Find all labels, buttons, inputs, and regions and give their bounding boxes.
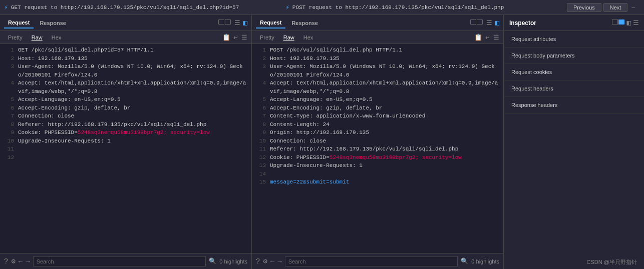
right-line-11: 11Referer: http://192.168.179.135/pkc/vu… [256, 145, 499, 154]
right-bottom-bar: ? ⚙ ← → 🔍 0 highlights [252, 253, 503, 269]
inspector-grid2-icon[interactable] [612, 20, 625, 26]
left-settings-icon[interactable]: ⚙ [11, 257, 15, 266]
right-list-icon[interactable]: ☰ [486, 19, 492, 27]
inspector-item-request-headers[interactable]: Request headers [504, 80, 644, 97]
inspector-spacer [504, 114, 644, 256]
watermark-text: CSDN @半只野指针 [587, 258, 641, 266]
left-line-2: 2Host: 192.168.179.135 [4, 54, 247, 63]
left-forward-icon[interactable]: → [26, 258, 30, 266]
left-line-8: 8Referer: http://192.168.179.135/pkc/vul… [4, 120, 247, 129]
right-sub-tab-icons: 📋 ↵ ☰ [474, 34, 499, 42]
right-line-7: 7Content-Type: application/x-www-form-ur… [256, 112, 499, 120]
left-panel-icons: ☰ ◧ [218, 18, 247, 27]
right-forward-icon[interactable]: → [277, 258, 281, 266]
left-line-5: 5Accept-Language: en-US,en;q=0.5 [4, 96, 247, 104]
left-raw-icon[interactable]: ◧ [243, 18, 247, 27]
left-line-11: 11 [4, 145, 247, 154]
left-highlights-badge: 0 highlights [219, 258, 247, 264]
right-line-5: 5Accept-Language: en-US,en;q=0.5 [256, 96, 499, 104]
left-line-6: 6Accept-Encoding: gzip, deflate, br [4, 104, 247, 112]
left-tab-response[interactable]: Response [36, 18, 70, 28]
right-tab-request[interactable]: Request [256, 18, 285, 28]
right-panel: Request Response ☰ ◧ Pretty Raw Hex 📋 ↵ … [252, 15, 504, 269]
right-search-input[interactable] [285, 256, 458, 266]
right-line-4: 4Accept: text/html,application/xhtml+xml… [256, 79, 499, 96]
inspector-item-request-body-parameters[interactable]: Request body parameters [504, 48, 644, 64]
inspector-item-request-cookies[interactable]: Request cookies [504, 64, 644, 80]
left-grid2-icon[interactable] [218, 19, 231, 26]
inspector-raw-icon[interactable]: ◧ [627, 18, 631, 27]
left-search-icon: 🔍 [209, 258, 216, 265]
right-search-icon: 🔍 [461, 258, 468, 265]
inspector-title: Inspector [509, 20, 612, 26]
left-panel: Request Response ☰ ◧ Pretty Raw Hex 📋 ↵ … [0, 15, 252, 269]
left-line-1: 1GET /pkc/sqli/sqli_del.php?id=57 HTTP/1… [4, 46, 247, 54]
right-subtab-pretty[interactable]: Pretty [256, 34, 278, 42]
right-line-12: 12Cookie: PHPSESSID=5248sq3nemqu58mu3198… [256, 154, 499, 162]
next-button[interactable]: Next [603, 3, 628, 12]
right-line-15: 15message=22&submit=submit [256, 178, 499, 186]
right-menu-icon[interactable]: ☰ [493, 34, 499, 42]
left-line-12: 12 [4, 154, 247, 162]
right-lightning-icon: ⚡ [285, 4, 289, 12]
left-panel-header: Request Response ☰ ◧ [0, 15, 251, 31]
inspector-menu-icon[interactable]: ☰ [633, 19, 639, 27]
inspector-icons: ◧ ☰ [612, 18, 639, 27]
left-bottom-bar: ? ⚙ ← → 🔍 0 highlights [0, 253, 251, 269]
left-list-icon[interactable]: ☰ [234, 19, 240, 27]
left-lightning-icon: ⚡ [4, 4, 8, 12]
left-content-area: 1GET /pkc/sqli/sqli_del.php?id=57 HTTP/1… [0, 44, 251, 253]
right-panel-icons: ☰ ◧ [470, 18, 499, 27]
left-wrap-icon[interactable]: ↵ [233, 34, 238, 41]
right-copy-icon[interactable]: 📋 [474, 34, 482, 42]
right-subtab-hex[interactable]: Hex [299, 34, 317, 42]
right-line-2: 2Host: 192.168.179.135 [256, 54, 499, 63]
left-title-text: GET request to http://192.168.179.135/pk… [11, 4, 239, 10]
right-content-area: 1POST /pkc/vul/sqli/sqli_del.php HTTP/1.… [252, 44, 503, 253]
watermark-area: CSDN @半只野指针 [504, 256, 644, 269]
left-title-area: ⚡ GET request to http://192.168.179.135/… [4, 4, 281, 12]
inspector-header: Inspector ◧ ☰ [504, 15, 644, 31]
right-settings-icon[interactable]: ⚙ [263, 257, 267, 266]
right-line-6: 6Accept-Encoding: gzip, deflate, br [256, 104, 499, 112]
right-tab-response[interactable]: Response [287, 18, 322, 28]
right-line-1: 1POST /pkc/vul/sqli/sqli_del.php HTTP/1.… [256, 46, 499, 54]
right-line-9: 9Origin: http://192.168.179.135 [256, 128, 499, 137]
inspector-item-request-attributes[interactable]: Request attributes [504, 31, 644, 48]
left-sub-tabs: Pretty Raw Hex 📋 ↵ ☰ [0, 31, 251, 44]
right-line-14: 14 [256, 170, 499, 178]
right-highlights-badge: 0 highlights [471, 258, 499, 264]
right-line-8: 8Content-Length: 24 [256, 120, 499, 129]
title-bar: ⚡ GET request to http://192.168.179.135/… [0, 0, 644, 15]
left-search-input[interactable] [33, 256, 206, 266]
left-subtab-raw[interactable]: Raw [28, 34, 47, 42]
right-line-10: 10Connection: close [256, 137, 499, 146]
left-tab-request[interactable]: Request [4, 18, 34, 28]
previous-button[interactable]: Previous [567, 3, 601, 12]
left-copy-icon[interactable]: 📋 [222, 34, 230, 42]
left-subtab-hex[interactable]: Hex [48, 34, 66, 42]
right-title-area: ⚡ POST request to http://192.168.179.135… [285, 4, 563, 12]
left-menu-icon[interactable]: ☰ [241, 34, 247, 42]
nav-area: Previous Next — [567, 3, 640, 12]
right-back-icon[interactable]: ← [270, 258, 274, 266]
left-help-icon[interactable]: ? [4, 258, 8, 266]
left-line-4: 4Accept: text/html,application/xhtml+xml… [4, 79, 247, 96]
right-raw-icon[interactable]: ◧ [495, 18, 499, 27]
inspector-item-response-headers[interactable]: Response headers [504, 97, 644, 114]
right-panel-header: Request Response ☰ ◧ [252, 15, 503, 31]
left-back-icon[interactable]: ← [19, 258, 23, 266]
right-subtab-raw[interactable]: Raw [279, 34, 298, 42]
inspector-panel: Inspector ◧ ☰ Request attributes Request… [504, 15, 644, 269]
left-line-10: 10Upgrade-Insecure-Requests: 1 [4, 137, 247, 146]
right-wrap-icon[interactable]: ↵ [485, 34, 490, 41]
right-help-icon[interactable]: ? [256, 258, 260, 266]
right-line-13: 13Upgrade-Insecure-Requests: 1 [256, 162, 499, 170]
left-sub-tab-icons: 📋 ↵ ☰ [222, 34, 247, 42]
left-line-7: 7Connection: close [4, 112, 247, 120]
right-grid2-icon[interactable] [470, 19, 483, 26]
minimize-button[interactable]: — [631, 4, 635, 10]
right-sub-tabs: Pretty Raw Hex 📋 ↵ ☰ [252, 31, 503, 44]
left-subtab-pretty[interactable]: Pretty [4, 34, 27, 42]
main-area: Request Response ☰ ◧ Pretty Raw Hex 📋 ↵ … [0, 15, 644, 269]
